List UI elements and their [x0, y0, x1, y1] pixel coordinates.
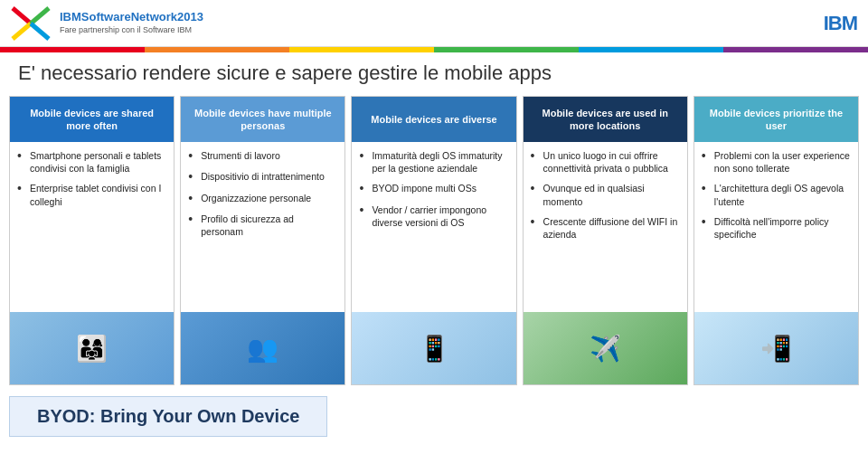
bullet-dot: • — [359, 182, 368, 195]
card-header-1: Mobile devices are shared more often — [10, 97, 174, 142]
bullet-item: •BYOD impone multi OSs — [359, 182, 508, 195]
bullet-item: •Problemi con la user experience non son… — [702, 149, 851, 175]
card-image-visual-1: 👨‍👩‍👧 — [10, 312, 174, 384]
card-image-4: ✈️ — [524, 312, 687, 384]
card-image-visual-3: 📱 — [352, 312, 515, 384]
rainbow-red — [0, 47, 145, 52]
ibm-x-logo — [11, 6, 51, 41]
card-image-visual-2: 👥 — [181, 312, 344, 384]
svg-line-0 — [13, 8, 31, 24]
bullet-text: Organizzazione personale — [201, 192, 311, 204]
bullet-dot: • — [188, 213, 197, 226]
bullet-dot: • — [17, 149, 26, 163]
rainbow-yellow — [289, 47, 434, 52]
main-title: E' necessario rendere sicure e sapere ge… — [18, 61, 850, 85]
card-header-5: Mobile devices prioritize the user — [694, 97, 858, 142]
bullet-text: Vendor / carrier impongono diverse versi… — [372, 203, 508, 229]
bullet-text: Problemi con la user experience non sono… — [714, 149, 851, 175]
card-4: Mobile devices are used in more location… — [523, 96, 688, 385]
card-body-4: •Un unico luogo in cui offrire connettiv… — [524, 142, 687, 312]
card-image-1: 👨‍👩‍👧 — [10, 312, 174, 384]
bullet-dot: • — [531, 182, 540, 195]
rainbow-bar — [0, 47, 868, 52]
card-5: Mobile devices prioritize the user•Probl… — [693, 96, 859, 385]
top-bar: IBMSoftwareNetwork2013 Fare partnership … — [0, 0, 868, 47]
logo-area: IBMSoftwareNetwork2013 Fare partnership … — [11, 6, 203, 41]
bullet-text: Dispositivio di intrattenimento — [201, 170, 325, 183]
card-header-4: Mobile devices are used in more location… — [524, 97, 687, 142]
card-image-2: 👥 — [181, 312, 344, 384]
bullet-dot: • — [702, 149, 711, 163]
card-body-2: •Strumenti di lavoro•Dispositivio di int… — [181, 142, 344, 312]
ibm-swn-title: IBMSoftwareNetwork2013 — [60, 10, 203, 25]
byod-label: BYOD: Bring Your Own Device — [9, 396, 327, 437]
bullet-item: •Profilo di sicurezza ad personam — [188, 213, 337, 238]
bullet-item: •L'architettura degli OS agevola l'utent… — [702, 182, 851, 207]
bullet-dot: • — [17, 182, 26, 195]
bullet-item: •Un unico luogo in cui offrire connettiv… — [531, 149, 680, 175]
card-image-visual-5: 📲 — [694, 312, 858, 384]
rainbow-green — [434, 47, 579, 52]
bullet-text: Profilo di sicurezza ad personam — [201, 213, 337, 238]
bullet-item: •Vendor / carrier impongono diverse vers… — [359, 203, 508, 229]
bullet-item: •Crescente diffusione del WIFI in aziend… — [531, 215, 680, 241]
bullet-text: Strumenti di lavoro — [201, 149, 280, 162]
bullet-item: •Immaturità degli OS immaturity per la g… — [359, 149, 508, 175]
bullet-item: •Difficoltà nell'imporre policy specific… — [702, 215, 851, 241]
bullet-text: BYOD impone multi OSs — [372, 182, 476, 194]
bullet-text: Crescente diffusione del WIFI in azienda — [543, 215, 680, 241]
bullet-text: Un unico luogo in cui offrire connettivi… — [543, 149, 680, 175]
ibm-swn-text: IBMSoftwareNetwork2013 Fare partnership … — [60, 10, 203, 36]
bullet-item: •Strumenti di lavoro — [188, 149, 337, 163]
main-title-area: E' necessario rendere sicure e sapere ge… — [0, 52, 868, 92]
bullet-dot: • — [359, 203, 368, 217]
card-2: Mobile devices have multiple personas•St… — [180, 96, 345, 385]
svg-line-1 — [13, 24, 31, 39]
bullet-item: •Organizzazione personale — [188, 192, 337, 205]
card-body-3: •Immaturità degli OS immaturity per la g… — [352, 142, 515, 312]
ibm-logo: IBM — [824, 12, 857, 35]
bullet-dot: • — [531, 215, 540, 229]
bullet-item: •Smartphone personali e tablets condivis… — [17, 149, 166, 175]
card-body-1: •Smartphone personali e tablets condivis… — [10, 142, 174, 312]
bullet-item: •Ovunque ed in qualsiasi momento — [531, 182, 680, 207]
bullet-item: •Enterprise tablet condivisi con I colle… — [17, 182, 166, 207]
bullet-text: L'architettura degli OS agevola l'utente — [714, 182, 851, 207]
card-image-visual-4: ✈️ — [524, 312, 687, 384]
bullet-text: Immaturità degli OS immaturity per la ge… — [372, 149, 508, 175]
bullet-dot: • — [702, 215, 711, 229]
bullet-dot: • — [359, 149, 368, 163]
rainbow-blue — [579, 47, 723, 52]
bullet-dot: • — [188, 149, 197, 163]
card-header-2: Mobile devices have multiple personas — [181, 97, 344, 142]
bullet-dot: • — [702, 182, 711, 195]
rainbow-purple — [723, 47, 868, 52]
svg-line-2 — [31, 8, 49, 24]
bullet-text: Enterprise tablet condivisi con I colleg… — [30, 182, 166, 207]
card-header-3: Mobile devices are diverse — [352, 97, 515, 142]
card-image-5: 📲 — [694, 312, 858, 384]
bullet-text: Smartphone personali e tablets condivisi… — [30, 149, 166, 175]
bullet-text: Ovunque ed in qualsiasi momento — [543, 182, 680, 207]
rainbow-orange — [145, 47, 289, 52]
bullet-dot: • — [188, 192, 197, 205]
bullet-item: •Dispositivio di intrattenimento — [188, 170, 337, 184]
card-1: Mobile devices are shared more often•Sma… — [9, 96, 175, 385]
bullet-dot: • — [188, 170, 197, 184]
card-image-3: 📱 — [352, 312, 515, 384]
card-3: Mobile devices are diverse•Immaturità de… — [351, 96, 516, 385]
ibm-swn-subtitle: Fare partnership con il Software IBM — [60, 25, 203, 36]
cards-row: Mobile devices are shared more often•Sma… — [0, 92, 868, 389]
byod-footer: BYOD: Bring Your Own Device — [0, 389, 868, 444]
card-body-5: •Problemi con la user experience non son… — [694, 142, 858, 312]
svg-line-3 — [31, 24, 49, 39]
bullet-dot: • — [531, 149, 540, 163]
bullet-text: Difficoltà nell'imporre policy specifich… — [714, 215, 851, 241]
